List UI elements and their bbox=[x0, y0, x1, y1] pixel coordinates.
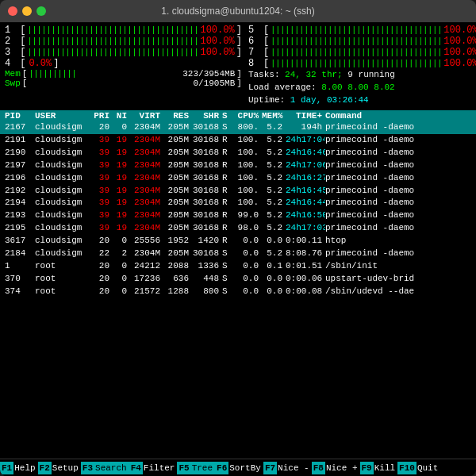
f8-nice-plus-button[interactable]: F8 Nice + bbox=[312, 459, 360, 476]
cpu-row-3: 3 [ ||||||||||||||||||||||||||||||||||||… bbox=[5, 47, 242, 58]
process-table: PID USER PRI NI VIRT RES SHR S CPU% MEM%… bbox=[0, 110, 476, 459]
f9-kill-button[interactable]: F9 Kill bbox=[360, 459, 398, 476]
load-row: Load average: 8.00 8.00 8.02 bbox=[248, 82, 476, 94]
cpu-row-5: 5 [ ||||||||||||||||||||||||||||||||||||… bbox=[248, 25, 476, 36]
terminal-body: 1 [ ||||||||||||||||||||||||||||||||||||… bbox=[0, 22, 476, 476]
uptime-row: Uptime: 1 day, 03:26:44 bbox=[248, 94, 476, 107]
cpu-row-7: 7 [ ||||||||||||||||||||||||||||||||||||… bbox=[248, 47, 476, 58]
table-row[interactable]: 2194 cloudsigm 39 19 2304M 205M 30168 R … bbox=[0, 197, 476, 209]
cpu-row-8: 8 [ ||||||||||||||||||||||||||||||||||||… bbox=[248, 58, 476, 69]
table-row[interactable]: 2191 cloudsigm 39 19 2304M 205M 30168 R … bbox=[0, 134, 476, 147]
table-row[interactable]: 2195 cloudsigm 39 19 2304M 205M 30168 R … bbox=[0, 222, 476, 235]
f3-search-button[interactable]: F3 Search bbox=[81, 459, 129, 476]
f1-help-button[interactable]: F1 Help bbox=[0, 459, 38, 476]
f7-nice-minus-button[interactable]: F7 Nice - bbox=[263, 459, 312, 476]
f6-sortby-button[interactable]: F6 SortBy bbox=[215, 459, 263, 476]
f10-quit-button[interactable]: F10 Quit bbox=[397, 459, 440, 476]
cpu-left: 1 [ ||||||||||||||||||||||||||||||||||||… bbox=[5, 25, 242, 107]
titlebar: 1. cloudsigma@ubuntu1204: ~ (ssh) bbox=[0, 0, 476, 22]
f2-setup-button[interactable]: F2 Setup bbox=[38, 459, 81, 476]
cpu-row-1: 1 [ ||||||||||||||||||||||||||||||||||||… bbox=[5, 25, 242, 36]
cpu-right: 5 [ ||||||||||||||||||||||||||||||||||||… bbox=[248, 25, 476, 107]
function-bar: F1 Help F2 Setup F3 Search F4 Filter F5 … bbox=[0, 459, 476, 476]
f5-tree-button[interactable]: F5 Tree bbox=[177, 459, 215, 476]
f4-filter-button[interactable]: F4 Filter bbox=[129, 459, 178, 476]
tasks-row: Tasks: 24, 32 thr; 9 running bbox=[248, 69, 476, 82]
table-row[interactable]: 2193 cloudsigm 39 19 2304M 205M 30168 R … bbox=[0, 209, 476, 222]
cpu-section: 1 [ ||||||||||||||||||||||||||||||||||||… bbox=[0, 22, 476, 107]
swp-row: Swp [ 0/1905MB ] bbox=[5, 79, 242, 88]
window-title: 1. cloudsigma@ubuntu1204: ~ (ssh) bbox=[161, 6, 314, 17]
table-body: 2167 cloudsigm 20 0 2304M 205M 30168 S 8… bbox=[0, 121, 476, 459]
cpu-row-6: 6 [ ||||||||||||||||||||||||||||||||||||… bbox=[248, 36, 476, 47]
minimize-button[interactable] bbox=[22, 6, 32, 16]
terminal-window: 1. cloudsigma@ubuntu1204: ~ (ssh) 1 [ ||… bbox=[0, 0, 476, 476]
table-header: PID USER PRI NI VIRT RES SHR S CPU% MEM%… bbox=[0, 110, 476, 121]
table-row[interactable]: 2167 cloudsigm 20 0 2304M 205M 30168 S 8… bbox=[0, 121, 476, 134]
table-row[interactable]: 2197 cloudsigm 39 19 2304M 205M 30168 R … bbox=[0, 159, 476, 172]
table-row[interactable]: 3617 cloudsigm 20 0 25556 1952 1420 R 0.… bbox=[0, 235, 476, 248]
maximize-button[interactable] bbox=[36, 6, 46, 16]
mem-row: Mem [ |||||||||| 323/3954MB ] bbox=[5, 69, 242, 79]
cpu-row-2: 2 [ ||||||||||||||||||||||||||||||||||||… bbox=[5, 36, 242, 47]
close-button[interactable] bbox=[8, 6, 17, 16]
traffic-lights bbox=[8, 6, 46, 16]
table-row[interactable]: 370 root 20 0 17236 636 448 S 0.0 0.0 0:… bbox=[0, 273, 476, 286]
table-row[interactable]: 2190 cloudsigm 39 19 2304M 205M 30168 R … bbox=[0, 147, 476, 159]
table-row[interactable]: 374 root 20 0 21572 1288 800 S 0.0 0.0 0… bbox=[0, 286, 476, 298]
table-row[interactable]: 1 root 20 0 24212 2088 1336 S 0.0 0.1 0:… bbox=[0, 260, 476, 273]
table-row[interactable]: 2196 cloudsigm 39 19 2304M 205M 30168 R … bbox=[0, 172, 476, 185]
cpu-row-4: 4 [ 0.0% ] bbox=[5, 58, 242, 69]
table-row[interactable]: 2192 cloudsigm 39 19 2304M 205M 30168 R … bbox=[0, 185, 476, 198]
table-row[interactable]: 2184 cloudsigm 22 2 2304M 205M 30168 S 0… bbox=[0, 248, 476, 260]
